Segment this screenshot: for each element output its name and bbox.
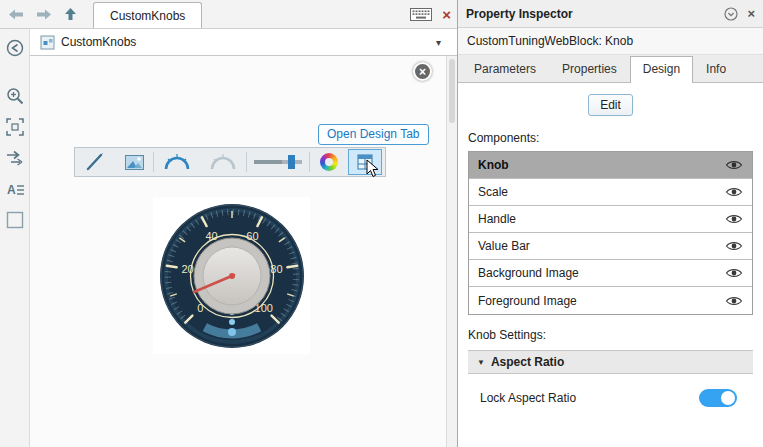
needle-hub (229, 273, 235, 279)
document-tab[interactable]: CustomKnobs (93, 2, 202, 28)
component-row-handle[interactable]: Handle (469, 206, 752, 233)
model-block-icon (40, 35, 55, 50)
knob-gauge: 0 20 40 60 80 100 (157, 201, 307, 351)
selected-block-label: CustomTuningWebBlock: Knob (458, 28, 763, 55)
color-picker-button[interactable] (310, 148, 348, 176)
arc-gauge-icon (162, 152, 192, 172)
needle-style-button[interactable] (75, 148, 115, 176)
components-label: Components: (468, 131, 753, 145)
knob-block[interactable]: 0 20 40 60 80 100 (153, 197, 310, 354)
visibility-eye-icon[interactable] (725, 159, 743, 171)
breadcrumb-current: CustomKnobs (61, 35, 136, 49)
component-row-foreground-image[interactable]: Foreground Image (469, 287, 752, 314)
mouse-cursor (366, 159, 379, 181)
component-row-scale[interactable]: Scale (469, 179, 752, 206)
visibility-eye-icon[interactable] (725, 267, 743, 279)
component-name: Foreground Image (478, 294, 577, 308)
component-name: Knob (478, 158, 509, 172)
component-row-value-bar[interactable]: Value Bar (469, 233, 752, 260)
aspect-ratio-section-header[interactable]: ▼ Aspect Ratio (468, 350, 753, 374)
arc-scale-alt-button[interactable] (200, 148, 246, 176)
design-tab-content: Edit Components: Knob Scale Handle (458, 83, 763, 447)
fit-to-view-icon[interactable] (3, 115, 27, 139)
scrollbar-thumb[interactable] (449, 59, 455, 123)
property-inspector-header: Property Inspector × (458, 0, 763, 28)
arc-gauge-faded-icon (208, 152, 238, 172)
component-row-knob[interactable]: Knob (469, 152, 752, 179)
lock-aspect-ratio-label: Lock Aspect Ratio (480, 391, 576, 405)
arc-scale-button[interactable] (154, 148, 200, 176)
color-wheel-icon (320, 153, 338, 171)
visibility-eye-icon[interactable] (725, 213, 743, 225)
signal-routing-icon[interactable] (3, 146, 27, 170)
tab-info[interactable]: Info (693, 56, 739, 82)
slider-style-button[interactable] (247, 148, 309, 176)
image-style-button[interactable] (115, 148, 153, 176)
model-canvas[interactable]: × Open Design Tab (30, 56, 446, 447)
collapse-triangle-icon: ▼ (477, 358, 485, 367)
nav-buttons (0, 7, 85, 21)
lock-aspect-ratio-row: Lock Aspect Ratio (468, 374, 753, 407)
panel-close-icon[interactable]: × (747, 7, 755, 20)
image-icon (125, 155, 144, 170)
component-name: Scale (478, 185, 508, 199)
needle-icon (85, 152, 105, 172)
document-tab-label: CustomKnobs (110, 9, 185, 23)
component-row-background-image[interactable]: Background Image (469, 260, 752, 287)
component-name: Background Image (478, 266, 579, 280)
top-toolbar: CustomKnobs × (0, 0, 457, 29)
breadcrumb-dropdown-icon[interactable]: ▾ (436, 37, 441, 48)
breadcrumb[interactable]: CustomKnobs ▾ (30, 29, 457, 56)
close-toolbar-glyph: × (419, 66, 426, 78)
forward-icon[interactable] (36, 8, 52, 21)
zoom-in-icon[interactable] (3, 84, 27, 108)
area-select-icon[interactable] (3, 208, 27, 232)
annotation-glyph: A (7, 183, 16, 197)
knob-settings-label: Knob Settings: (468, 328, 753, 342)
canvas-vertical-scrollbar[interactable] (446, 56, 457, 447)
edit-button[interactable]: Edit (588, 94, 633, 116)
browse-back-icon[interactable] (3, 36, 27, 60)
close-toolbar-button[interactable]: × (413, 62, 432, 81)
tab-design[interactable]: Design (630, 56, 693, 83)
slider-icon (252, 153, 304, 171)
simulink-editor-window: CustomKnobs × (0, 0, 763, 447)
annotation-icon[interactable]: A (3, 177, 27, 201)
visibility-eye-icon[interactable] (725, 186, 743, 198)
up-to-parent-icon[interactable] (64, 7, 77, 21)
knob-gallery-toolbar (74, 147, 386, 177)
components-table: Knob Scale Handle (468, 151, 753, 315)
close-document-icon[interactable]: × (442, 7, 451, 22)
palette-toolbar: A (0, 29, 30, 447)
keyboard-icon[interactable] (410, 8, 432, 21)
component-name: Handle (478, 212, 516, 226)
property-inspector-title: Property Inspector (466, 7, 573, 21)
tab-properties[interactable]: Properties (549, 56, 630, 82)
component-name: Value Bar (478, 239, 530, 253)
section-title: Aspect Ratio (491, 355, 564, 369)
property-inspector-panel: Property Inspector × CustomTuningWebBloc… (457, 0, 763, 447)
visibility-eye-icon[interactable] (725, 240, 743, 252)
open-design-tab-tooltip: Open Design Tab (318, 124, 429, 145)
tab-parameters[interactable]: Parameters (461, 56, 549, 82)
lock-aspect-ratio-toggle[interactable] (699, 389, 737, 407)
back-icon[interactable] (8, 8, 24, 21)
visibility-eye-icon[interactable] (725, 295, 743, 307)
inspector-tabs: Parameters Properties Design Info (458, 55, 763, 83)
panel-options-icon[interactable] (724, 7, 738, 21)
